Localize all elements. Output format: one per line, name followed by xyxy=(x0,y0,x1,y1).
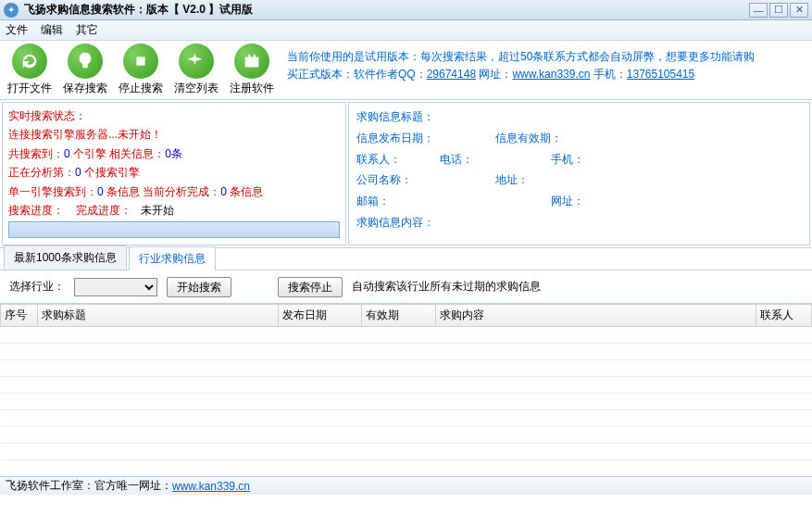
table-row[interactable] xyxy=(1,327,812,344)
menu-edit[interactable]: 编辑 xyxy=(41,22,63,38)
table-row[interactable] xyxy=(1,427,812,444)
menu-other[interactable]: 其它 xyxy=(76,22,98,38)
status-line2: 连接搜索引擎服务器...未开始！ xyxy=(8,125,340,144)
table-row[interactable] xyxy=(1,344,812,360)
save-icon xyxy=(68,44,103,79)
results-table-wrap: 序号 求购标题 发布日期 有效期 求购内容 联系人 xyxy=(0,304,812,476)
main-row: 实时搜索状态： 连接搜索引擎服务器...未开始！ 共搜索到：0 个引擎 相关信息… xyxy=(0,100,812,248)
notice-line2b: 网址： xyxy=(476,68,512,81)
notice-line1: 当前你使用的是试用版本：每次搜索结果，超过50条联系方式都会自动屏弊，想要更多功… xyxy=(287,50,755,63)
toolbar: 打开文件 保存搜索 停止搜索 清空列表 注册软件 当前你使用的是试用版本：每次搜… xyxy=(0,41,812,100)
save-label: 保存搜索 xyxy=(63,81,107,96)
close-button[interactable]: ✕ xyxy=(790,3,808,18)
select-industry-label: 选择行业： xyxy=(9,279,65,295)
version-notice: 当前你使用的是试用版本：每次搜索结果，超过50条联系方式都会自动屏弊，想要更多功… xyxy=(280,43,810,97)
results-body xyxy=(1,327,812,477)
col-title[interactable]: 求购标题 xyxy=(38,305,279,327)
detail-title-label: 求购信息标题： xyxy=(356,107,440,128)
detail-valid-label: 信息有效期： xyxy=(495,128,562,149)
col-no[interactable]: 序号 xyxy=(1,305,38,327)
menu-file[interactable]: 文件 xyxy=(6,22,28,38)
status-line4: 正在分析第：0 个搜索引擎 xyxy=(8,163,340,182)
stop-label: 停止搜索 xyxy=(119,81,163,96)
window-controls: — ☐ ✕ xyxy=(749,3,808,18)
detail-panel: 求购信息标题： 信息发布日期：信息有效期： 联系人：电话：手机： 公司名称：地址… xyxy=(348,102,810,245)
open-icon xyxy=(12,44,47,79)
app-icon: ✦ xyxy=(4,3,19,18)
status-line5: 单一引擎搜索到：0 条信息 当前分析完成：0 条信息 xyxy=(8,182,340,201)
detail-content-label: 求购信息内容： xyxy=(356,212,440,233)
detail-mobile-label: 手机： xyxy=(551,149,606,170)
col-content[interactable]: 求购内容 xyxy=(436,305,756,327)
register-icon xyxy=(234,44,269,79)
stop-search-button-2[interactable]: 搜索停止 xyxy=(278,277,343,297)
window-title: 飞扬求购信息搜索软件：版本【 V2.0 】试用版 xyxy=(24,2,749,18)
phone-link[interactable]: 13765105415 xyxy=(627,68,694,81)
qq-link[interactable]: 29674148 xyxy=(427,68,476,81)
official-url[interactable]: www.kan339.cn xyxy=(172,480,250,493)
only-url-label: 官方唯一网址： xyxy=(94,478,172,494)
detail-email-label: 邮箱： xyxy=(356,191,440,212)
table-row[interactable] xyxy=(1,460,812,477)
col-pub[interactable]: 发布日期 xyxy=(279,305,362,327)
filter-hint: 自动搜索该行业所有未过期的求购信息 xyxy=(352,279,541,295)
industry-select[interactable] xyxy=(74,278,157,296)
clear-list-button[interactable]: 清空列表 xyxy=(169,43,224,97)
status-panel: 实时搜索状态： 连接搜索引擎服务器...未开始！ 共搜索到：0 个引擎 相关信息… xyxy=(2,102,346,245)
minimize-button[interactable]: — xyxy=(749,3,768,18)
detail-address-label: 地址： xyxy=(495,170,551,191)
save-search-button[interactable]: 保存搜索 xyxy=(57,43,113,97)
detail-tel-label: 电话： xyxy=(440,149,495,170)
svg-rect-0 xyxy=(136,57,144,65)
table-row[interactable] xyxy=(1,394,812,410)
status-line6: 搜索进度： 完成进度： 未开始 xyxy=(8,201,340,220)
studio-label: 飞扬软件工作室： xyxy=(6,478,94,494)
table-row[interactable] xyxy=(1,410,812,427)
table-row[interactable] xyxy=(1,377,812,394)
filter-row: 选择行业： 开始搜索 搜索停止 自动搜索该行业所有未过期的求购信息 xyxy=(0,270,812,304)
col-valid[interactable]: 有效期 xyxy=(362,305,436,327)
site-link[interactable]: www.kan339.cn xyxy=(512,68,590,81)
tab-latest[interactable]: 最新1000条求购信息 xyxy=(4,245,127,270)
detail-pubdate-label: 信息发布日期： xyxy=(356,128,440,149)
status-line3: 共搜索到：0 个引擎 相关信息：0条 xyxy=(8,144,340,163)
detail-web-label: 网址： xyxy=(551,191,606,212)
detail-contact-label: 联系人： xyxy=(356,149,440,170)
stop-search-button[interactable]: 停止搜索 xyxy=(113,43,169,97)
register-label: 注册软件 xyxy=(230,81,274,96)
table-row[interactable] xyxy=(1,360,812,377)
clear-icon xyxy=(179,44,214,79)
maximize-button[interactable]: ☐ xyxy=(769,3,788,18)
menubar: 文件 编辑 其它 xyxy=(0,20,812,41)
table-row[interactable] xyxy=(1,444,812,460)
stop-icon xyxy=(123,44,158,79)
open-label: 打开文件 xyxy=(7,81,52,96)
titlebar: ✦ 飞扬求购信息搜索软件：版本【 V2.0 】试用版 — ☐ ✕ xyxy=(0,0,812,20)
notice-line2c: 手机： xyxy=(590,68,626,81)
tabs: 最新1000条求购信息 行业求购信息 xyxy=(0,248,812,270)
register-button[interactable]: 注册软件 xyxy=(224,43,280,97)
notice-line2a: 买正式版本：软件作者QQ： xyxy=(287,68,427,81)
statusbar: 飞扬软件工作室： 官方唯一网址： www.kan339.cn xyxy=(0,476,812,495)
progress-bar xyxy=(8,221,340,238)
open-file-button[interactable]: 打开文件 xyxy=(2,43,57,97)
clear-label: 清空列表 xyxy=(174,81,219,96)
results-table: 序号 求购标题 发布日期 有效期 求购内容 联系人 xyxy=(0,304,812,476)
detail-company-label: 公司名称： xyxy=(356,170,440,191)
start-search-button[interactable]: 开始搜索 xyxy=(167,277,231,297)
tab-industry[interactable]: 行业求购信息 xyxy=(129,246,216,270)
status-title: 实时搜索状态： xyxy=(8,107,340,125)
col-contact[interactable]: 联系人 xyxy=(756,305,812,327)
